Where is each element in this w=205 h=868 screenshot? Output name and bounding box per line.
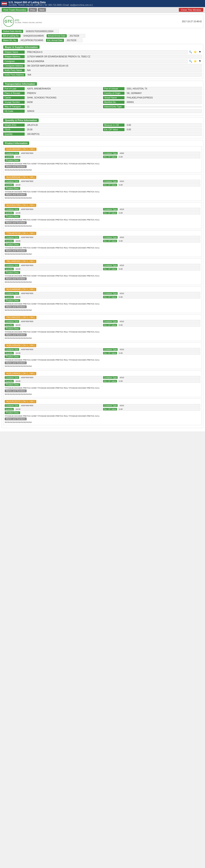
consignee-star-icon[interactable]: ⭐ <box>193 59 197 63</box>
container-type-field: Container Type 4310 <box>103 348 201 351</box>
marks-area: Marks and Numbers WANANANANANANANANANA <box>5 221 200 227</box>
notify-party-label: Notify Party Name <box>3 69 25 72</box>
container-block: HLXU5217053 ( CN / L / HH ) Container Si… <box>3 202 202 229</box>
marks-text: WANANANANANANANANANA <box>5 337 200 339</box>
container-qty-label: Quantity <box>5 268 14 270</box>
container-size-value: 4000*800*800 <box>20 208 102 211</box>
product-desc-label: Product Desc <box>5 383 20 386</box>
container-number: HLXU5132172 ( CN / L / HH ) <box>5 400 36 403</box>
maker-row: Maker B/L No. HCLDPRO6170134845 Est. Arr… <box>2 38 203 42</box>
container-cif-label: Est. CIF Value <box>103 268 117 270</box>
us-flag-icon <box>2 2 7 5</box>
container-type-value: 4310 <box>119 208 200 211</box>
product-desc-text: TITANIUM DIOXIDE PRETOX AV05F TITANIUM D… <box>5 331 200 333</box>
container-size-field: Container Size 4000*800*800 <box>5 404 102 407</box>
product-desc-label: Product Desc <box>5 355 20 358</box>
logo-area: GTC GTC GLOBAL TRADE ONLINE LIMITED <box>3 16 182 27</box>
container-cif-field: Est. CIF Value 0.00 <box>103 155 201 158</box>
container-size-label: Container Size <box>5 180 19 183</box>
notify-party-value: N/A <box>26 68 202 72</box>
container-type-field: Container Type 4310 <box>103 320 201 323</box>
print-button[interactable]: Print Trade Record(s) <box>2 8 28 12</box>
teus-label: TEUS <box>3 128 25 131</box>
container-type-value: 4310 <box>119 320 200 323</box>
logo-text: GTC GLOBAL TRADE ONLINE LIMITED <box>15 19 42 24</box>
consignee-address-label: Consignee Address <box>3 64 25 67</box>
toolbar: Print Trade Record(s) Prev Next Close Th… <box>0 7 205 13</box>
container-size-field: Container Size 4000*800*800 <box>5 292 102 295</box>
header-datetime: 2017-10-27 15:48:42 <box>182 20 202 23</box>
notify-party-row: Notify Party Name N/A <box>3 68 202 72</box>
transport-row3: Carrier SHHK, SCHOEKS TRUCKING Vessel Na… <box>3 96 202 99</box>
product-desc-area: Product Desc TITANIUM DIOXIDE PRETOX AV0… <box>5 411 200 417</box>
marks-label: Marks and Numbers <box>5 249 27 252</box>
container-type-label: Container Type <box>103 264 118 267</box>
container-size-label: Container Size <box>5 292 19 295</box>
product-desc-area: Product Desc TITANIUM DIOXIDE PRETOX AV0… <box>5 187 200 193</box>
voyage-field: Voyage Number 042W <box>3 100 102 104</box>
container-qty-value: 18.00 <box>15 268 102 271</box>
vessel-field: Vessel Name PHILADELPHIA EXPRESS <box>103 96 202 99</box>
product-desc-area: Product Desc TITANIUM DIOXIDE PRETOX AV0… <box>5 327 200 333</box>
container-size-field: Container Size 4000*800*800 <box>5 180 102 183</box>
container-qty-value: 18.00 <box>15 155 102 158</box>
next-button[interactable]: Next <box>38 8 46 12</box>
app-subtitle: GLOBAL TRADE ONLINE LIMITED | Tel: 400-7… <box>8 4 93 6</box>
voyage-label: Voyage Number <box>3 101 25 104</box>
container-size-field: Container Size 4000*800*800 <box>5 376 102 379</box>
container-qty-value: 18.00 <box>15 211 102 214</box>
container-type-value: 4300 <box>119 152 200 155</box>
container-cif-field: Est. CIF Value 0.00 <box>103 408 201 411</box>
container-cif-value: 0.00 <box>118 211 200 214</box>
container-cif-value: 0.00 <box>118 380 200 383</box>
container-number: CLHU4834393 ( CN / L / HH ) <box>5 148 36 151</box>
carrier-label: Carrier <box>3 96 25 99</box>
container-size-label: Container Size <box>5 236 19 239</box>
product-information-title: Product Information <box>3 142 29 145</box>
container-qty-field: Quantity 18.00 <box>5 380 102 383</box>
container-cif-value: 0.00 <box>118 268 200 271</box>
container-cif-field: Est. CIF Value 0.00 <box>103 211 201 214</box>
consignee-search-icon[interactable]: 🔍 <box>188 59 192 63</box>
container-cif-value: 0.00 <box>118 183 200 186</box>
search-icon[interactable]: 🔍 <box>188 50 192 54</box>
way-of-transport-value: 11 <box>26 105 102 108</box>
container-number: HLXU4484048 ( CN / L / HH ) <box>5 288 36 291</box>
container-number: HLXU5053240 ( CN / L / HH ) <box>5 176 36 179</box>
consignee-label: Consignee <box>3 60 25 63</box>
marks-text: WANANANANANANANANANA <box>5 281 200 283</box>
product-desc-label: Product Desc <box>5 187 20 190</box>
port-of-unload-field: Port of Unload 5301, HOUSTON, TX <box>103 87 202 91</box>
containers-list: CLHU4834393 ( CN / L / HH ) Container Si… <box>3 146 202 425</box>
country-of-origin-value: DE, GERMANY <box>125 91 202 95</box>
flag-icon[interactable]: ⚑ <box>198 50 202 54</box>
logo: GTC <box>3 16 14 27</box>
inbond-field: Inbond Entry Type <box>103 105 202 108</box>
teus-field: TEUS 20.00 <box>3 128 102 131</box>
star-icon[interactable]: ⭐ <box>193 50 197 54</box>
product-desc-label: Product Desc <box>5 299 20 302</box>
container-cif-label: Est. CIF Value <box>103 408 117 410</box>
quantity-value: 160.00(PCS) <box>26 132 202 136</box>
container-cif-field: Est. CIF Value 0.00 <box>103 380 201 383</box>
product-desc-label: Product Desc <box>5 215 20 218</box>
global-data-identity-label: Global Data Identity <box>2 30 23 33</box>
close-button[interactable]: Close This Window <box>179 8 203 12</box>
consignee-flag-icon[interactable]: ⚑ <box>198 59 202 63</box>
product-desc-area: Product Desc TITANIUM DIOXIDE PRETOX AV0… <box>5 159 200 165</box>
container-cif-label: Est. CIF Value <box>103 240 117 242</box>
container-qty-value: 18.00 <box>15 408 102 411</box>
product-desc-label: Product Desc <box>5 159 20 162</box>
prev-button[interactable]: Prev <box>29 8 37 12</box>
inbond-label: Inbond Entry Type <box>103 105 125 108</box>
container-cif-label: Est. CIF Value <box>103 352 117 354</box>
container-qty-field: Quantity 18.00 <box>5 155 102 158</box>
product-desc-text: TITANIUM DIOXIDE PRETOX AV05F TITANIUM D… <box>5 303 200 305</box>
est-arrival-value: 20170228 <box>65 38 82 42</box>
container-block: FSCU5922231 ( CN / L / HH ) Container Si… <box>3 314 202 341</box>
container-type-label: Container Type <box>103 348 118 351</box>
vessel-value: PHILADELPHIA EXPRESS <box>125 96 202 99</box>
container-type-label: Container Type <box>103 236 118 239</box>
main-content: GTC GTC GLOBAL TRADE ONLINE LIMITED 2017… <box>0 13 205 431</box>
port-of-unload-label: Port of Unload <box>103 87 125 90</box>
